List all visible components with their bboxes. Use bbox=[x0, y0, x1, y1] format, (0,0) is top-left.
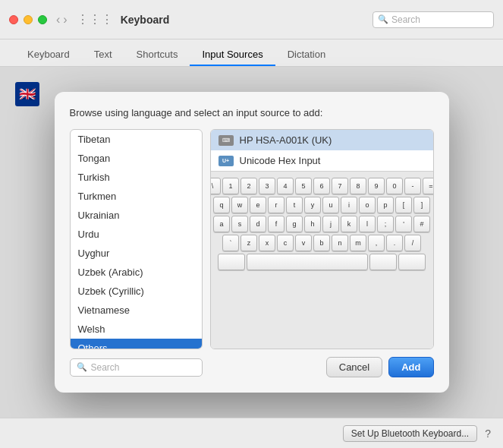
fullscreen-button[interactable] bbox=[38, 15, 47, 24]
modal-overlay: Browse using language and select an inpu… bbox=[0, 67, 503, 448]
modal-search-input[interactable]: 🔍 Search bbox=[70, 358, 203, 377]
tab-dictation[interactable]: Dictation bbox=[275, 44, 338, 66]
kb-key: v bbox=[295, 235, 312, 251]
bluetooth-keyboard-button[interactable]: Set Up Bluetooth Keyboard... bbox=[343, 425, 477, 442]
kb-key: 0 bbox=[386, 178, 403, 194]
modal-search-icon: 🔍 bbox=[77, 362, 87, 372]
kb-row-2: a s d f g h j k l ; ' # bbox=[215, 216, 429, 232]
bottom-bar: Set Up Bluetooth Keyboard... ? bbox=[0, 418, 503, 448]
tab-input-sources[interactable]: Input Sources bbox=[190, 44, 275, 66]
kb-key: [ bbox=[395, 197, 412, 213]
kb-key: ; bbox=[377, 216, 394, 232]
kb-key: p bbox=[377, 197, 394, 213]
source-item-hp[interactable]: ⌨ HP HSA-A001K (UK) bbox=[211, 130, 433, 150]
lang-item-uzbek-cyrillic[interactable]: Uzbek (Cyrillic) bbox=[71, 282, 202, 301]
kb-key: t bbox=[286, 197, 303, 213]
uplus-icon: U+ bbox=[218, 156, 234, 166]
kb-key: , bbox=[368, 235, 385, 251]
tab-text[interactable]: Text bbox=[82, 44, 124, 66]
kb-key: k bbox=[341, 216, 357, 232]
content-area: 🇬🇧 Browse using language and select an i… bbox=[0, 67, 503, 448]
kb-key: 8 bbox=[350, 178, 366, 194]
kb-key: 7 bbox=[332, 178, 348, 194]
kb-key: e bbox=[250, 197, 266, 213]
kb-key: 1 bbox=[222, 178, 239, 194]
modal-body: Tibetan Tongan Turkish Turkmen Ukrainian… bbox=[70, 129, 434, 349]
kb-row-0: \ 1 2 3 4 5 6 7 8 9 0 - = bbox=[215, 178, 429, 194]
kb-key: u bbox=[322, 197, 339, 213]
close-button[interactable] bbox=[9, 15, 18, 24]
kb-key: b bbox=[313, 235, 330, 251]
modal-dialog: Browse using language and select an inpu… bbox=[55, 92, 449, 393]
source-label-hp: HP HSA-A001K (UK) bbox=[240, 134, 332, 146]
source-label-unicode: Unicode Hex Input bbox=[240, 155, 321, 166]
kb-key: i bbox=[341, 197, 357, 213]
back-arrow-icon[interactable]: ‹ bbox=[56, 13, 60, 27]
lang-item-uzbek-arabic[interactable]: Uzbek (Arabic) bbox=[71, 263, 202, 282]
kb-key: 3 bbox=[259, 178, 275, 194]
kb-key: - bbox=[404, 178, 421, 194]
lang-item-vietnamese[interactable]: Vietnamese bbox=[71, 301, 202, 320]
kb-key bbox=[398, 254, 426, 270]
kb-key: f bbox=[268, 216, 285, 232]
forward-arrow-icon[interactable]: › bbox=[63, 13, 67, 27]
kb-key: a bbox=[213, 216, 230, 232]
kb-key: g bbox=[286, 216, 303, 232]
tab-shortcuts[interactable]: Shortcuts bbox=[124, 44, 190, 66]
kb-key: 6 bbox=[313, 178, 330, 194]
kb-key: ' bbox=[395, 216, 412, 232]
kb-key: r bbox=[268, 197, 285, 213]
kb-key: 9 bbox=[368, 178, 385, 194]
lang-item-ukrainian[interactable]: Ukrainian bbox=[71, 206, 202, 225]
grid-icon: ⋮⋮⋮ bbox=[77, 12, 113, 27]
source-item-unicode[interactable]: U+ Unicode Hex Input bbox=[211, 150, 433, 171]
kb-key: w bbox=[231, 197, 248, 213]
kb-key: 5 bbox=[295, 178, 312, 194]
keyboard-preview: \ 1 2 3 4 5 6 7 8 9 0 - = bbox=[211, 171, 433, 349]
lang-item-tibetan[interactable]: Tibetan bbox=[71, 130, 202, 149]
add-button[interactable]: Add bbox=[388, 357, 433, 377]
kb-row-3: ` z x c v b n m , . / bbox=[215, 235, 429, 251]
search-placeholder: Search bbox=[391, 14, 420, 25]
search-icon: 🔍 bbox=[378, 14, 388, 24]
kb-key bbox=[369, 254, 397, 270]
lang-item-welsh[interactable]: Welsh bbox=[71, 320, 202, 339]
kb-key bbox=[218, 254, 245, 270]
lang-item-turkish[interactable]: Turkish bbox=[71, 168, 202, 187]
kb-key: ] bbox=[413, 197, 430, 213]
kb-spacebar bbox=[247, 254, 368, 270]
kb-key: d bbox=[250, 216, 266, 232]
lang-item-urdu[interactable]: Urdu bbox=[71, 225, 202, 244]
tab-keyboard[interactable]: Keyboard bbox=[15, 44, 82, 66]
cancel-button[interactable]: Cancel bbox=[326, 357, 382, 377]
kb-key: ` bbox=[222, 235, 239, 251]
kb-row-4 bbox=[215, 254, 429, 270]
lang-item-tongan[interactable]: Tongan bbox=[71, 149, 202, 168]
nav-arrows: ‹ › bbox=[56, 13, 68, 27]
help-icon[interactable]: ? bbox=[485, 427, 491, 440]
kb-key: \ bbox=[211, 178, 222, 194]
kb-key: . bbox=[386, 235, 403, 251]
kb-row-1: q w e r t y u i o p [ ] bbox=[215, 197, 429, 213]
titlebar: ‹ › ⋮⋮⋮ Keyboard 🔍 Search bbox=[0, 0, 503, 39]
kb-key: o bbox=[359, 197, 376, 213]
kb-key: / bbox=[404, 235, 421, 251]
lang-item-turkmen[interactable]: Turkmen bbox=[71, 187, 202, 206]
lang-item-uyghur[interactable]: Uyghur bbox=[71, 244, 202, 263]
modal-title: Browse using language and select an inpu… bbox=[70, 107, 434, 118]
modal-search-placeholder: Search bbox=[91, 362, 120, 373]
tabbar: Keyboard Text Shortcuts Input Sources Di… bbox=[0, 39, 503, 67]
kb-key: c bbox=[277, 235, 294, 251]
kb-key: x bbox=[259, 235, 275, 251]
titlebar-search[interactable]: 🔍 Search bbox=[373, 11, 494, 28]
language-list-container: Tibetan Tongan Turkish Turkmen Ukrainian… bbox=[70, 129, 203, 349]
source-panel: ⌨ HP HSA-A001K (UK) U+ Unicode Hex Input… bbox=[210, 129, 434, 349]
kb-key: m bbox=[350, 235, 366, 251]
kb-key: n bbox=[332, 235, 348, 251]
kb-key: s bbox=[231, 216, 248, 232]
modal-buttons: Cancel Add bbox=[326, 357, 434, 377]
lang-item-others[interactable]: Others bbox=[71, 339, 202, 349]
modal-footer: 🔍 Search Cancel Add bbox=[70, 357, 434, 377]
minimize-button[interactable] bbox=[24, 15, 33, 24]
kb-key: # bbox=[413, 216, 430, 232]
